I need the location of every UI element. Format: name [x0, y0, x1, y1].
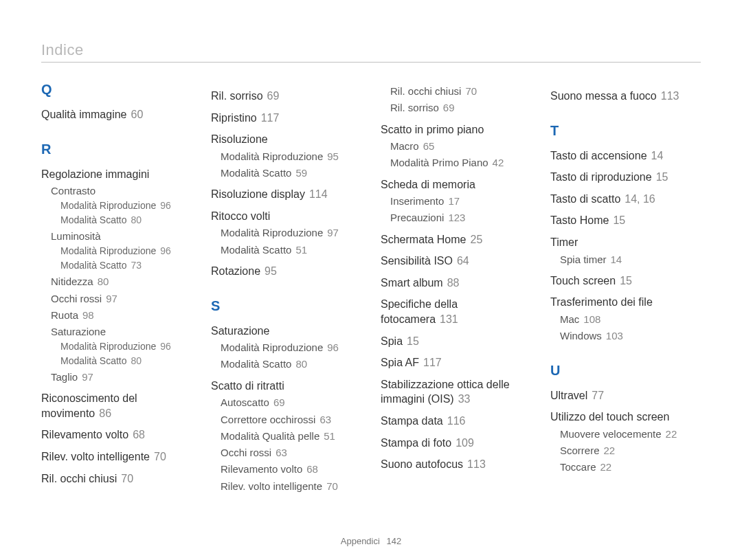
- index-entry[interactable]: Suono messa a fuoco113: [550, 89, 701, 104]
- index-entry[interactable]: Tasto di scatto14, 16: [550, 192, 701, 207]
- index-entry[interactable]: Riconoscimento del movimento86: [41, 391, 192, 421]
- index-subentry[interactable]: Rilev. volto intelligente70: [221, 480, 361, 493]
- index-subsubentry[interactable]: Modalità Riproduzione96: [60, 340, 192, 353]
- index-entry[interactable]: Specifiche della fotocamera131: [381, 297, 531, 326]
- page-ref: 114: [309, 188, 328, 200]
- index-entry-label: Utilizzo del touch screen: [550, 411, 669, 423]
- page-ref: 95: [265, 265, 277, 277]
- index-subentry[interactable]: Spia timer14: [560, 253, 701, 267]
- index-entry[interactable]: Trasferimento dei file: [550, 295, 701, 310]
- index-entry-label: Schermata Home: [381, 234, 466, 245]
- index-entry[interactable]: Smart album88: [381, 276, 531, 291]
- index-entry[interactable]: Tasto di accensione14: [550, 148, 701, 164]
- index-subentry[interactable]: Modalità Riproduzione96: [221, 341, 361, 355]
- index-subentry[interactable]: Occhi rossi97: [51, 292, 192, 306]
- page-ref: 97: [327, 227, 339, 238]
- index-subentry[interactable]: Rilevamento volto68: [221, 462, 361, 476]
- index-entry-label: Spia AF: [381, 357, 419, 368]
- page: Indice QQualità immagine60RRegolazione i…: [0, 0, 742, 560]
- index-entry[interactable]: Ril. occhi chiusi70: [41, 471, 192, 486]
- index-entry[interactable]: Ripristino117: [211, 111, 361, 126]
- index-subentry[interactable]: Modalità Riproduzione97: [221, 226, 361, 240]
- index-subentry[interactable]: Modalità Primo Piano42: [390, 156, 531, 170]
- index-subentry[interactable]: Windows103: [560, 329, 701, 343]
- index-subentry-label: Rilev. volto intelligente: [221, 480, 322, 492]
- index-subsubentry[interactable]: Modalità Riproduzione96: [60, 245, 192, 258]
- index-subentry[interactable]: Ril. occhi chiusi70: [390, 85, 531, 98]
- index-subsubentry-label: Modalità Riproduzione: [60, 245, 156, 256]
- index-subsubentry[interactable]: Modalità Riproduzione96: [60, 199, 192, 212]
- index-subentry[interactable]: Correttore occhirossi63: [221, 413, 361, 427]
- index-entry[interactable]: Sensibilità ISO64: [381, 254, 531, 269]
- index-subentry[interactable]: Ruota98: [51, 309, 192, 322]
- index-subsubentry[interactable]: Modalità Scatto73: [60, 259, 192, 272]
- index-entry-label: Risoluzione: [211, 133, 268, 145]
- index-subentry[interactable]: Ril. sorriso69: [390, 101, 531, 115]
- index-subentry[interactable]: Modalità Scatto59: [221, 166, 361, 180]
- index-entry[interactable]: Regolazione immagini: [41, 167, 192, 182]
- index-subsubentry[interactable]: Modalità Scatto80: [60, 214, 192, 227]
- index-subentry[interactable]: Precauzioni123: [390, 211, 531, 225]
- index-entry[interactable]: Scheda di memoria: [381, 177, 531, 192]
- index-subentry[interactable]: Taglio97: [51, 370, 192, 384]
- index-entry-label: Stabilizzazione ottica delle immagini (O…: [381, 379, 510, 405]
- index-subentry-label: Autoscatto: [221, 396, 269, 408]
- index-entry[interactable]: Rilevamento volto68: [41, 427, 192, 443]
- index-entry[interactable]: Stampa data116: [381, 414, 531, 429]
- index-entry[interactable]: Spia AF117: [381, 355, 531, 370]
- index-subentry[interactable]: Inserimento17: [390, 194, 531, 208]
- index-entry[interactable]: Schermata Home25: [381, 232, 531, 247]
- index-entry[interactable]: Touch screen15: [550, 273, 701, 289]
- index-entry[interactable]: Stampa di foto109: [381, 436, 531, 451]
- index-entry[interactable]: Rotazione95: [211, 264, 361, 279]
- index-letter: Q: [41, 82, 192, 98]
- index-subentry[interactable]: Luminosità: [51, 229, 192, 243]
- index-entry[interactable]: Ritocco volti: [211, 209, 361, 224]
- page-ref: 131: [440, 313, 458, 325]
- index-subentry[interactable]: Modalità Scatto80: [221, 357, 361, 371]
- index-subentry[interactable]: Saturazione: [51, 325, 192, 339]
- index-entry[interactable]: Tasto di riproduzione15: [550, 170, 701, 185]
- index-entry[interactable]: Risoluzione display114: [211, 187, 361, 202]
- index-entry[interactable]: Stabilizzazione ottica delle immagini (O…: [381, 377, 531, 407]
- index-subentry[interactable]: Modalità Qualità pelle51: [221, 429, 361, 443]
- index-subentry[interactable]: Modalità Riproduzione95: [221, 150, 361, 164]
- index-entry[interactable]: Suono autofocus113: [381, 457, 531, 472]
- index-subentry-label: Muovere velocemente: [560, 428, 662, 440]
- index-entry[interactable]: Utilizzo del touch screen: [550, 410, 701, 425]
- page-ref: 68: [306, 463, 318, 475]
- page-title: Indice: [41, 41, 701, 59]
- index-entry[interactable]: Spia15: [381, 334, 531, 349]
- index-subentry-label: Ril. sorriso: [390, 102, 439, 113]
- index-subentry[interactable]: Mac108: [560, 313, 701, 326]
- index-letter: S: [211, 298, 361, 314]
- index-entry-label: Rotazione: [211, 265, 260, 277]
- index-entry[interactable]: Ril. sorriso69: [211, 89, 361, 104]
- index-subsubentry[interactable]: Modalità Scatto80: [60, 355, 192, 368]
- index-subentry[interactable]: Macro65: [390, 139, 531, 153]
- page-ref: 69: [273, 396, 285, 408]
- page-ref: 123: [448, 212, 465, 223]
- index-entry[interactable]: Tasto Home15: [550, 213, 701, 228]
- index-subentry[interactable]: Toccare22: [560, 460, 701, 474]
- page-ref: 97: [106, 293, 117, 304]
- index-subentry[interactable]: Muovere velocemente22: [560, 427, 701, 441]
- index-subentry[interactable]: Occhi rossi63: [221, 446, 361, 460]
- index-letter-label: U: [550, 363, 560, 378]
- index-subentry[interactable]: Contrasto: [51, 184, 192, 198]
- index-subentry[interactable]: Autoscatto69: [221, 396, 361, 410]
- index-entry[interactable]: Ultravel77: [550, 388, 701, 403]
- index-entry[interactable]: Scatto di ritratti: [211, 379, 361, 394]
- index-subentry[interactable]: Modalità Scatto51: [221, 243, 361, 257]
- index-subentry-label: Scorrere: [560, 445, 600, 456]
- index-entry[interactable]: Rilev. volto intelligente70: [41, 449, 192, 464]
- index-entry[interactable]: Scatto in primo piano: [381, 122, 531, 137]
- index-entry[interactable]: Risoluzione: [211, 132, 361, 147]
- index-subentry[interactable]: Scorrere22: [560, 444, 701, 458]
- index-entry[interactable]: Timer: [550, 235, 701, 250]
- index-entry[interactable]: Saturazione: [211, 324, 361, 339]
- index-subsubentry-label: Modalità Riproduzione: [60, 341, 156, 352]
- index-subentry-label: Modalità Primo Piano: [390, 157, 488, 168]
- index-entry[interactable]: Qualità immagine60: [41, 107, 192, 122]
- index-subentry[interactable]: Nitidezza80: [51, 275, 192, 289]
